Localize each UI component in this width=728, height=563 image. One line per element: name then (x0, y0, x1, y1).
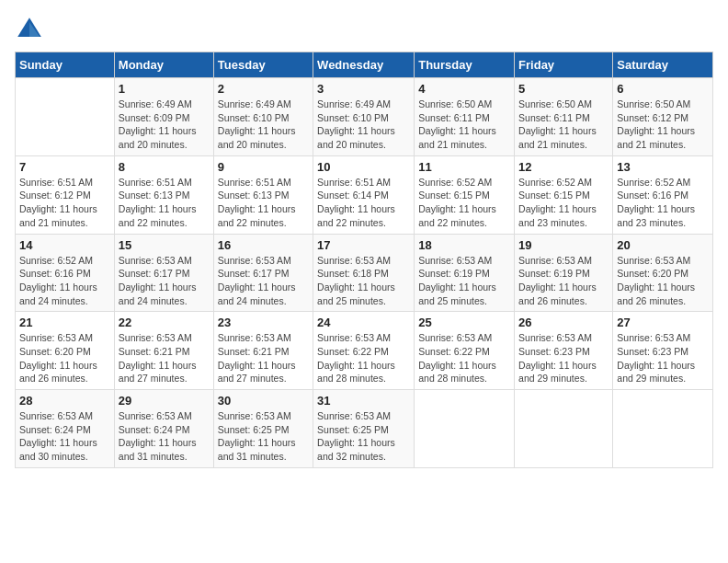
logo-icon (15, 15, 44, 44)
day-info: Sunrise: 6:49 AM Sunset: 6:09 PM Dayligh… (119, 98, 210, 152)
day-number: 27 (617, 316, 709, 329)
calendar-cell: 16Sunrise: 6:53 AM Sunset: 6:17 PM Dayli… (213, 234, 313, 312)
day-info: Sunrise: 6:53 AM Sunset: 6:17 PM Dayligh… (119, 254, 210, 308)
day-number: 18 (418, 238, 510, 252)
day-number: 11 (418, 160, 510, 174)
day-info: Sunrise: 6:53 AM Sunset: 6:21 PM Dayligh… (119, 331, 210, 385)
calendar-body: 1Sunrise: 6:49 AM Sunset: 6:09 PM Daylig… (16, 78, 713, 468)
day-number: 13 (617, 160, 709, 174)
day-number: 15 (119, 238, 210, 252)
day-number: 14 (19, 238, 110, 252)
day-number: 31 (317, 394, 410, 408)
day-info: Sunrise: 6:53 AM Sunset: 6:19 PM Dayligh… (418, 254, 510, 308)
calendar-cell: 22Sunrise: 6:53 AM Sunset: 6:21 PM Dayli… (114, 312, 213, 390)
column-header-monday: Monday (114, 52, 213, 78)
week-row-5: 28Sunrise: 6:53 AM Sunset: 6:24 PM Dayli… (16, 390, 713, 468)
calendar-cell (415, 390, 515, 468)
calendar-cell: 6Sunrise: 6:50 AM Sunset: 6:12 PM Daylig… (613, 78, 713, 156)
day-info: Sunrise: 6:53 AM Sunset: 6:22 PM Dayligh… (418, 331, 510, 385)
calendar-cell: 15Sunrise: 6:53 AM Sunset: 6:17 PM Dayli… (114, 234, 213, 312)
calendar-cell: 7Sunrise: 6:51 AM Sunset: 6:12 PM Daylig… (16, 155, 115, 234)
day-number: 8 (119, 160, 210, 174)
calendar-cell: 25Sunrise: 6:53 AM Sunset: 6:22 PM Dayli… (415, 312, 515, 390)
day-info: Sunrise: 6:52 AM Sunset: 6:16 PM Dayligh… (617, 176, 709, 230)
column-header-tuesday: Tuesday (213, 52, 313, 78)
day-number: 10 (317, 160, 410, 174)
calendar-header: SundayMondayTuesdayWednesdayThursdayFrid… (16, 52, 713, 78)
day-number: 19 (518, 238, 609, 252)
day-info: Sunrise: 6:53 AM Sunset: 6:23 PM Dayligh… (518, 331, 609, 385)
day-number: 6 (617, 82, 709, 96)
day-info: Sunrise: 6:50 AM Sunset: 6:11 PM Dayligh… (518, 98, 609, 152)
day-number: 17 (317, 238, 410, 252)
day-number: 28 (19, 394, 110, 408)
page-header (15, 15, 713, 44)
day-number: 7 (19, 160, 110, 174)
day-info: Sunrise: 6:49 AM Sunset: 6:10 PM Dayligh… (218, 98, 309, 152)
day-number: 20 (617, 238, 709, 252)
calendar-cell: 28Sunrise: 6:53 AM Sunset: 6:24 PM Dayli… (16, 390, 115, 468)
calendar-cell: 17Sunrise: 6:53 AM Sunset: 6:18 PM Dayli… (313, 234, 415, 312)
calendar-cell: 4Sunrise: 6:50 AM Sunset: 6:11 PM Daylig… (415, 78, 515, 156)
day-number: 4 (418, 82, 510, 96)
calendar-cell: 12Sunrise: 6:52 AM Sunset: 6:15 PM Dayli… (515, 155, 613, 234)
day-info: Sunrise: 6:51 AM Sunset: 6:12 PM Dayligh… (19, 176, 110, 230)
header-row: SundayMondayTuesdayWednesdayThursdayFrid… (16, 52, 713, 78)
calendar-cell: 19Sunrise: 6:53 AM Sunset: 6:19 PM Dayli… (515, 234, 613, 312)
day-info: Sunrise: 6:53 AM Sunset: 6:19 PM Dayligh… (518, 254, 609, 308)
calendar-cell: 20Sunrise: 6:53 AM Sunset: 6:20 PM Dayli… (613, 234, 713, 312)
day-info: Sunrise: 6:53 AM Sunset: 6:17 PM Dayligh… (218, 254, 309, 308)
day-number: 9 (218, 160, 309, 174)
week-row-3: 14Sunrise: 6:52 AM Sunset: 6:16 PM Dayli… (16, 234, 713, 312)
day-number: 23 (218, 316, 309, 329)
calendar-cell: 29Sunrise: 6:53 AM Sunset: 6:24 PM Dayli… (114, 390, 213, 468)
day-number: 26 (518, 316, 609, 329)
calendar-cell (613, 390, 713, 468)
column-header-sunday: Sunday (16, 52, 115, 78)
day-number: 2 (218, 82, 309, 96)
week-row-2: 7Sunrise: 6:51 AM Sunset: 6:12 PM Daylig… (16, 155, 713, 234)
day-info: Sunrise: 6:53 AM Sunset: 6:20 PM Dayligh… (617, 254, 709, 308)
day-info: Sunrise: 6:53 AM Sunset: 6:25 PM Dayligh… (218, 409, 309, 464)
calendar-cell: 9Sunrise: 6:51 AM Sunset: 6:13 PM Daylig… (213, 155, 313, 234)
calendar-cell: 11Sunrise: 6:52 AM Sunset: 6:15 PM Dayli… (415, 155, 515, 234)
calendar-cell: 23Sunrise: 6:53 AM Sunset: 6:21 PM Dayli… (213, 312, 313, 390)
day-info: Sunrise: 6:53 AM Sunset: 6:21 PM Dayligh… (218, 331, 309, 385)
calendar-cell: 8Sunrise: 6:51 AM Sunset: 6:13 PM Daylig… (114, 155, 213, 234)
day-number: 22 (119, 316, 210, 329)
calendar-cell: 13Sunrise: 6:52 AM Sunset: 6:16 PM Dayli… (613, 155, 713, 234)
day-info: Sunrise: 6:51 AM Sunset: 6:13 PM Dayligh… (119, 176, 210, 230)
day-info: Sunrise: 6:51 AM Sunset: 6:14 PM Dayligh… (317, 176, 410, 230)
day-number: 1 (119, 82, 210, 96)
day-info: Sunrise: 6:50 AM Sunset: 6:11 PM Dayligh… (418, 98, 510, 152)
logo (15, 15, 48, 44)
day-number: 12 (518, 160, 609, 174)
day-number: 29 (119, 394, 210, 408)
day-number: 25 (418, 316, 510, 329)
calendar-cell: 26Sunrise: 6:53 AM Sunset: 6:23 PM Dayli… (515, 312, 613, 390)
calendar-cell: 14Sunrise: 6:52 AM Sunset: 6:16 PM Dayli… (16, 234, 115, 312)
day-info: Sunrise: 6:53 AM Sunset: 6:24 PM Dayligh… (119, 409, 210, 464)
calendar-cell: 27Sunrise: 6:53 AM Sunset: 6:23 PM Dayli… (613, 312, 713, 390)
calendar-cell (515, 390, 613, 468)
day-info: Sunrise: 6:52 AM Sunset: 6:16 PM Dayligh… (19, 254, 110, 308)
calendar-cell: 5Sunrise: 6:50 AM Sunset: 6:11 PM Daylig… (515, 78, 613, 156)
calendar-cell: 30Sunrise: 6:53 AM Sunset: 6:25 PM Dayli… (213, 390, 313, 468)
day-number: 24 (317, 316, 410, 329)
day-info: Sunrise: 6:53 AM Sunset: 6:25 PM Dayligh… (317, 409, 410, 464)
day-info: Sunrise: 6:53 AM Sunset: 6:22 PM Dayligh… (317, 331, 410, 385)
day-number: 21 (19, 316, 110, 329)
calendar-cell: 24Sunrise: 6:53 AM Sunset: 6:22 PM Dayli… (313, 312, 415, 390)
day-number: 3 (317, 82, 410, 96)
calendar-table: SundayMondayTuesdayWednesdayThursdayFrid… (15, 52, 713, 468)
column-header-friday: Friday (515, 52, 613, 78)
day-info: Sunrise: 6:53 AM Sunset: 6:20 PM Dayligh… (19, 331, 110, 385)
calendar-cell (16, 78, 115, 156)
week-row-4: 21Sunrise: 6:53 AM Sunset: 6:20 PM Dayli… (16, 312, 713, 390)
calendar-cell: 1Sunrise: 6:49 AM Sunset: 6:09 PM Daylig… (114, 78, 213, 156)
day-info: Sunrise: 6:52 AM Sunset: 6:15 PM Dayligh… (518, 176, 609, 230)
calendar-cell: 3Sunrise: 6:49 AM Sunset: 6:10 PM Daylig… (313, 78, 415, 156)
column-header-saturday: Saturday (613, 52, 713, 78)
calendar-cell: 18Sunrise: 6:53 AM Sunset: 6:19 PM Dayli… (415, 234, 515, 312)
day-info: Sunrise: 6:51 AM Sunset: 6:13 PM Dayligh… (218, 176, 309, 230)
